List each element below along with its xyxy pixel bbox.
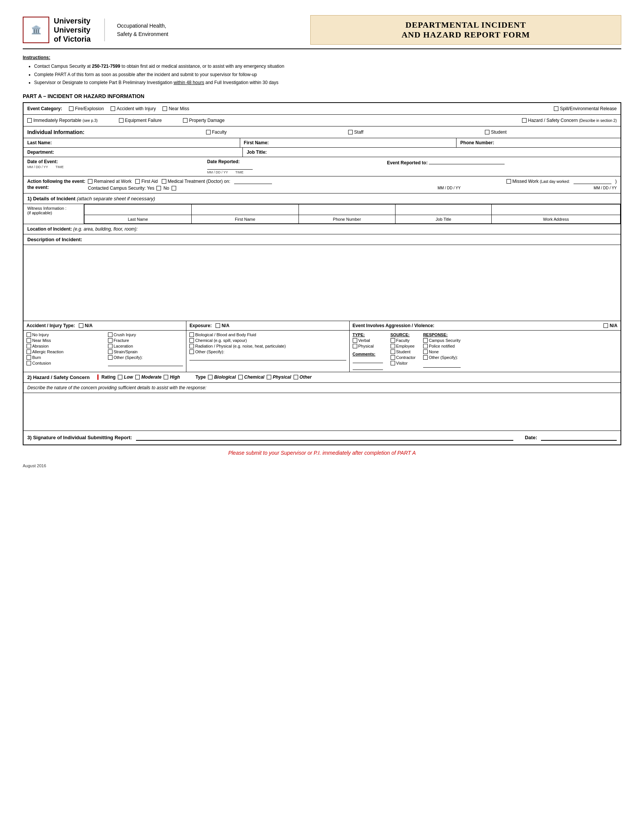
student-cb[interactable]: Student — [485, 130, 507, 135]
physical-checkbox[interactable] — [353, 344, 357, 348]
other-response-cb[interactable]: Other (Specify): — [423, 355, 460, 360]
exposure-na-cb[interactable]: N/A — [216, 323, 230, 328]
contusion-checkbox[interactable] — [27, 361, 31, 365]
missed-work-cb[interactable]: Missed Work (Last day worked: — [507, 179, 570, 184]
employee-source-checkbox[interactable] — [391, 344, 395, 348]
student-source-cb[interactable]: Student — [391, 349, 415, 354]
exposure-na-checkbox[interactable] — [216, 323, 220, 328]
allergic-reaction-cb[interactable]: Allergic Reaction — [27, 349, 102, 354]
chemical-type-cb[interactable]: Chemical — [238, 375, 264, 380]
moderate-rating-cb[interactable]: Moderate — [135, 375, 161, 380]
property-damage-checkbox[interactable] — [183, 118, 188, 123]
chemical-cb[interactable]: Chemical (e.g. spill, vapour) — [189, 338, 346, 343]
medical-date-field[interactable] — [234, 179, 272, 184]
near-miss-injury-checkbox[interactable] — [27, 338, 31, 343]
high-checkbox[interactable] — [164, 375, 168, 380]
hazard-textarea[interactable] — [24, 393, 620, 431]
hazard-safety-concern-cb[interactable]: Hazard / Safety Concern (Describe in sec… — [522, 118, 617, 123]
accident-injury-cb[interactable]: Accident with Injury — [111, 106, 156, 111]
contractor-source-cb[interactable]: Contractor — [391, 355, 415, 360]
signature-field[interactable] — [136, 435, 514, 441]
desc-content[interactable] — [24, 245, 620, 321]
employee-source-cb[interactable]: Employee — [391, 344, 415, 348]
physical-type-checkbox[interactable] — [267, 375, 271, 380]
near-miss-injury-cb[interactable]: Near Miss — [27, 338, 102, 343]
police-notified-checkbox[interactable] — [423, 344, 428, 348]
radiation-checkbox[interactable] — [189, 344, 194, 348]
equipment-failure-checkbox[interactable] — [119, 118, 124, 123]
exposure-other-cb[interactable]: Other (Specify): — [189, 349, 346, 354]
medical-treatment-cb[interactable]: Medical Treatment (Doctor) on: — [162, 179, 230, 184]
abrasion-cb[interactable]: Abrasion — [27, 344, 102, 348]
crush-injury-checkbox[interactable] — [108, 333, 113, 337]
staff-cb[interactable]: Staff — [348, 130, 363, 135]
immediately-reportable-cb[interactable]: Immediately Reportable (see p.3) — [27, 118, 98, 123]
contacted-no-checkbox[interactable] — [172, 186, 176, 190]
contractor-source-checkbox[interactable] — [391, 355, 395, 360]
staff-checkbox[interactable] — [348, 130, 353, 134]
allergic-reaction-checkbox[interactable] — [27, 349, 31, 354]
faculty-source-cb[interactable]: Faculty — [391, 338, 415, 343]
moderate-checkbox[interactable] — [135, 375, 140, 380]
campus-security-cb[interactable]: Campus Security — [423, 338, 460, 343]
exposure-other-field[interactable] — [189, 355, 346, 360]
injury-na-cb[interactable]: N/A — [79, 323, 93, 328]
aggression-na-cb[interactable]: N/A — [604, 323, 617, 328]
biological-type-cb[interactable]: Biological — [208, 375, 236, 380]
immediately-reportable-checkbox[interactable] — [27, 118, 32, 123]
witness-phone-input[interactable] — [299, 204, 396, 215]
visitor-source-cb[interactable]: Visitor — [391, 361, 415, 365]
other-response-field[interactable] — [423, 362, 460, 368]
witness-last-name-input[interactable] — [84, 204, 192, 215]
chemical-checkbox[interactable] — [189, 338, 194, 343]
property-damage-cb[interactable]: Property Damage — [183, 118, 225, 123]
physical-cb[interactable]: Physical — [353, 344, 383, 348]
faculty-cb[interactable]: Faculty — [206, 130, 227, 135]
witness-job-title-input[interactable] — [395, 204, 492, 215]
strain-sprain-cb[interactable]: Strain/Sprain — [108, 349, 184, 354]
radiation-cb[interactable]: Radiation / Physical (e.g. noise, heat, … — [189, 344, 346, 348]
accident-injury-checkbox[interactable] — [111, 106, 115, 111]
faculty-checkbox[interactable] — [206, 130, 211, 134]
injury-na-checkbox[interactable] — [79, 323, 83, 328]
none-response-cb[interactable]: None — [423, 349, 460, 354]
low-rating-cb[interactable]: Low — [118, 375, 133, 380]
burn-checkbox[interactable] — [27, 355, 31, 360]
date-sig-field[interactable] — [541, 435, 617, 441]
equipment-failure-cb[interactable]: Equipment Failure — [119, 118, 162, 123]
faculty-source-checkbox[interactable] — [391, 338, 395, 343]
student-source-checkbox[interactable] — [391, 349, 395, 354]
near-miss-cb[interactable]: Near Miss — [163, 106, 189, 111]
laceration-checkbox[interactable] — [108, 344, 113, 348]
missed-work-field[interactable] — [573, 179, 612, 184]
first-aid-checkbox[interactable] — [135, 179, 140, 183]
chemical-type-checkbox[interactable] — [238, 375, 243, 380]
no-injury-cb[interactable]: No Injury — [27, 333, 102, 337]
campus-security-checkbox[interactable] — [423, 338, 428, 343]
abrasion-checkbox[interactable] — [27, 344, 31, 348]
biological-cb[interactable]: Biological / Blood and Body Fluid — [189, 333, 346, 337]
fracture-checkbox[interactable] — [108, 338, 113, 343]
other-specify-field[interactable] — [108, 361, 184, 366]
fracture-cb[interactable]: Fracture — [108, 338, 184, 343]
first-aid-cb[interactable]: First Aid — [135, 179, 158, 184]
witness-first-name-input[interactable] — [192, 204, 299, 215]
contacted-yes-checkbox[interactable] — [156, 186, 161, 190]
aggression-na-checkbox[interactable] — [604, 323, 608, 328]
comments-field[interactable] — [353, 358, 383, 363]
crush-injury-cb[interactable]: Crush Injury — [108, 333, 184, 337]
high-rating-cb[interactable]: High — [164, 375, 180, 380]
medical-treatment-checkbox[interactable] — [162, 179, 166, 183]
contusion-cb[interactable]: Contusion — [27, 361, 102, 365]
spill-environmental-checkbox[interactable] — [554, 106, 559, 111]
witness-work-address-input[interactable] — [492, 204, 620, 215]
police-notified-cb[interactable]: Police notified — [423, 344, 460, 348]
spill-environmental-cb[interactable]: Spill/Environmental Release — [554, 106, 617, 111]
physical-type-cb[interactable]: Physical — [267, 375, 291, 380]
no-injury-checkbox[interactable] — [27, 333, 31, 337]
strain-sprain-checkbox[interactable] — [108, 349, 113, 354]
other-response-checkbox[interactable] — [423, 355, 428, 360]
exposure-other-checkbox[interactable] — [189, 349, 194, 354]
student-checkbox[interactable] — [485, 130, 489, 134]
remained-at-work-cb[interactable]: Remained at Work — [88, 179, 132, 184]
